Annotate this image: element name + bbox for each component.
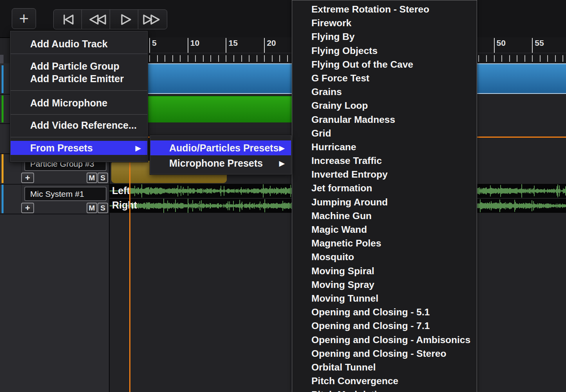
preset-item[interactable]: Flying Objects — [292, 44, 477, 58]
ruler-minor-tick — [210, 55, 211, 62]
fast-forward-button[interactable] — [138, 9, 167, 29]
menu-item-add-audio-track[interactable]: Add Audio Track — [11, 34, 147, 53]
preset-item[interactable]: Flying Out of the Cave — [292, 58, 477, 71]
menu-item-add-particle-emitter[interactable]: Add Particle Emitter — [11, 71, 147, 86]
preset-item[interactable]: Firework — [292, 16, 477, 30]
menu-separator — [11, 54, 147, 54]
preset-item[interactable]: Inverted Entropy — [292, 167, 477, 181]
add-button[interactable]: + — [12, 8, 36, 29]
submenu-item-label: Microphone Presets — [169, 158, 263, 169]
preset-item[interactable]: Opening and Closing - Stereo — [292, 347, 477, 360]
ruler-minor-tick — [547, 55, 548, 62]
particle-group-add-button[interactable]: + — [21, 173, 34, 183]
particle-group-color-strip — [2, 154, 4, 183]
menu-item-add-microphone[interactable]: Add Microphone — [11, 95, 147, 111]
particle-group-solo-button[interactable]: S — [98, 173, 108, 183]
preset-item[interactable]: Increase Traffic — [292, 154, 477, 167]
ruler-minor-tick — [509, 55, 510, 62]
row-separator — [0, 214, 109, 214]
menu-item-label: Add Particle Emitter — [30, 73, 124, 85]
ruler-minor-tick — [149, 55, 150, 62]
ruler-tick-label: 50 — [497, 38, 506, 48]
mic-system-solo-button[interactable]: S — [98, 203, 108, 213]
ruler-major-tick — [149, 38, 150, 53]
ruler-major-tick — [532, 38, 533, 53]
ruler-minor-tick — [226, 55, 226, 62]
mic-system-add-button[interactable]: + — [21, 203, 34, 213]
mic-system-name-field[interactable]: Mic System #1 — [24, 187, 107, 201]
ruler-minor-tick — [555, 55, 556, 62]
rewind-button[interactable] — [81, 9, 111, 29]
submenu-item-audio-particles-presets[interactable]: Audio/Particles Presets▶ — [150, 140, 291, 155]
preset-item[interactable]: Opening and Closing - 5.1 — [292, 305, 477, 319]
ruler-tick-label: 20 — [267, 38, 276, 48]
from-presets-submenu: Audio/Particles Presets▶Microphone Prese… — [150, 135, 292, 175]
ruler-minor-tick — [272, 55, 273, 62]
ruler-major-tick — [226, 38, 226, 53]
preset-item[interactable]: G Force Test — [292, 71, 477, 85]
preset-item[interactable]: Machine Gun — [292, 209, 477, 223]
ruler-minor-tick — [180, 55, 181, 62]
preset-item[interactable]: Opening and Closing - 7.1 — [292, 319, 477, 333]
preset-item[interactable]: Grainy Loop — [292, 99, 477, 112]
menu-separator — [11, 114, 147, 115]
ruler-tick-label: 5 — [152, 38, 157, 48]
ruler-minor-tick — [501, 55, 502, 62]
menu-separator — [11, 137, 147, 137]
ruler-minor-tick — [540, 55, 541, 62]
preset-item[interactable]: Pitch Modulation — [292, 388, 477, 392]
ruler-minor-tick — [188, 55, 188, 62]
ruler-minor-tick — [165, 55, 165, 62]
preset-item[interactable]: Extreme Rotation - Stereo — [292, 2, 477, 16]
menu-item-label: Add Microphone — [30, 97, 107, 109]
ruler-minor-tick — [524, 55, 525, 62]
skip-to-start-icon — [54, 10, 82, 29]
menu-item-from-presets[interactable]: From Presets▶ — [11, 141, 147, 155]
preset-item[interactable]: Granular Madness — [292, 113, 477, 126]
skip-to-start-button[interactable] — [53, 9, 83, 29]
preset-item[interactable]: Magnetic Poles — [292, 236, 477, 250]
ruler-minor-tick — [562, 55, 563, 62]
ruler-minor-tick — [478, 55, 479, 62]
ruler-tick-label: 15 — [228, 38, 237, 48]
ruler-minor-tick — [517, 55, 517, 62]
particle-group-mute-button[interactable]: M — [87, 173, 97, 183]
audio-track-color-strip — [2, 65, 4, 93]
preset-item[interactable]: Moving Tunnel — [292, 291, 477, 305]
ruler-tick-label: 10 — [190, 38, 199, 48]
menu-item-add-video-reference[interactable]: Add Video Reference... — [11, 117, 147, 133]
waveform-right-label: Right — [112, 200, 137, 211]
mic-system-mute-button[interactable]: M — [87, 203, 97, 213]
preset-item[interactable]: Orbital Tunnel — [292, 360, 477, 374]
submenu-item-microphone-presets[interactable]: Microphone Presets▶ — [150, 156, 291, 170]
preset-item[interactable]: Hurricane — [292, 140, 477, 154]
preset-item[interactable]: Opening and Closing - Ambisonics — [292, 333, 477, 347]
preset-list: Extreme Rotation - StereoFireworkFlying … — [292, 0, 477, 392]
ruler-minor-tick — [494, 55, 495, 62]
preset-item[interactable]: Flying By — [292, 30, 477, 43]
menu-separator — [11, 90, 147, 91]
ruler-minor-tick — [279, 55, 280, 62]
preset-item[interactable]: Grains — [292, 85, 477, 99]
preset-item[interactable]: Moving Spiral — [292, 264, 477, 278]
preset-item[interactable]: Moving Spray — [292, 278, 477, 291]
preset-item[interactable]: Pitch Convergence — [292, 374, 477, 388]
ruler-minor-tick — [203, 55, 204, 62]
ruler-minor-tick — [264, 55, 265, 62]
playhead[interactable] — [129, 161, 130, 392]
ruler-minor-tick — [249, 55, 250, 62]
preset-item[interactable]: Jumping Around — [292, 195, 477, 209]
add-menu: Add Audio TrackAdd Particle GroupAdd Par… — [10, 31, 148, 162]
menu-item-label: Add Particle Group — [30, 61, 119, 72]
submenu-arrow-icon: ▶ — [279, 144, 285, 153]
preset-item[interactable]: Mosquito — [292, 250, 477, 264]
ruler-tick-label: 55 — [535, 38, 544, 48]
preset-item[interactable]: Magic Wand — [292, 223, 477, 236]
play-button[interactable] — [110, 9, 139, 29]
preset-item[interactable]: Jet formation — [292, 181, 477, 195]
ruler-minor-tick — [157, 55, 158, 62]
rewind-icon — [82, 10, 110, 29]
menu-item-label: Add Video Reference... — [30, 120, 137, 131]
mic-track-color-strip — [2, 185, 4, 213]
preset-item[interactable]: Grid — [292, 126, 477, 140]
